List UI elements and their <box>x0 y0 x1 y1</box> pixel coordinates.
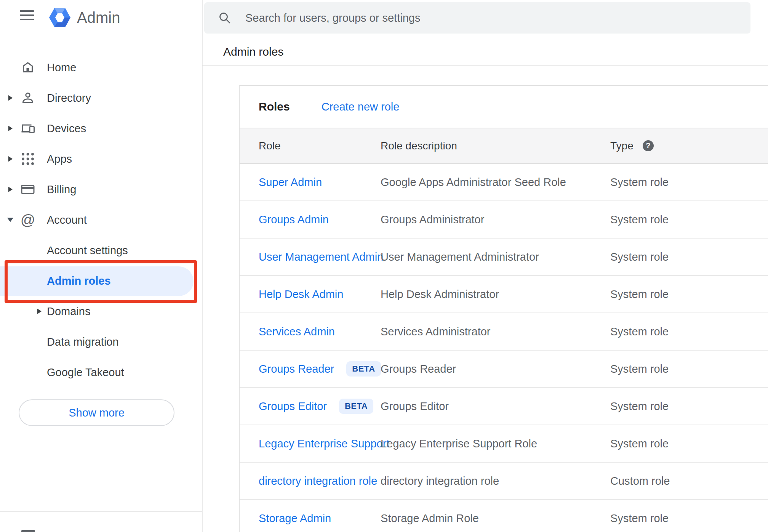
hamburger-bar <box>20 19 34 20</box>
sidebar-item-label: Google Takeout <box>47 366 124 379</box>
sidebar-item-devices[interactable]: Devices <box>0 113 202 144</box>
sidebar-item-data-migration[interactable]: Data migration <box>0 327 202 357</box>
role-link[interactable]: Storage Admin <box>259 512 331 525</box>
role-link[interactable]: Groups Editor <box>259 400 327 413</box>
role-description-cell: directory integration role <box>381 475 610 487</box>
role-cell: Legacy Enterprise Support <box>240 437 381 450</box>
expand-arrow-icon[interactable] <box>8 187 13 192</box>
table-row: Groups Editor BETA Groups Editor System … <box>240 388 768 425</box>
show-more-button[interactable]: Show more <box>19 399 174 426</box>
column-header-role-description: Role description <box>381 140 610 152</box>
help-icon[interactable]: ? <box>643 140 654 151</box>
role-type-cell: System role <box>610 288 768 301</box>
role-description-cell: Google Apps Administrator Seed Role <box>381 176 610 189</box>
roles-card-header: Roles Create new role <box>240 86 768 128</box>
sidebar-item-label: Admin roles <box>47 275 111 287</box>
role-type-cell: System role <box>610 400 768 413</box>
role-link[interactable]: Groups Admin <box>259 213 329 226</box>
roles-card: Roles Create new role Role Role descript… <box>239 85 768 532</box>
role-description-cell: Groups Editor <box>381 400 610 413</box>
role-description-cell: Legacy Enterprise Support Role <box>381 437 610 450</box>
sidebar-item-label: Billing <box>47 183 76 196</box>
role-type-cell: System role <box>610 251 768 263</box>
sidebar-item-billing[interactable]: Billing <box>0 174 202 205</box>
sidebar-item-apps[interactable]: Apps <box>0 144 202 174</box>
beta-badge: BETA <box>339 399 373 414</box>
role-description-cell: Groups Administrator <box>381 213 610 226</box>
beta-badge: BETA <box>346 361 381 377</box>
sidebar-item-label: Devices <box>47 122 86 135</box>
role-cell: Storage Admin <box>240 512 381 525</box>
sidebar-content-divider <box>202 0 203 532</box>
sidebar-item-label: Data migration <box>47 336 119 348</box>
role-link[interactable]: Legacy Enterprise Support <box>259 437 389 450</box>
role-link[interactable]: Super Admin <box>259 176 322 189</box>
sidebar-item-domains[interactable]: Domains <box>0 296 202 327</box>
hamburger-bar <box>20 14 34 16</box>
search-bar[interactable] <box>204 2 750 34</box>
sidebar-divider <box>0 511 202 512</box>
hamburger-bar <box>20 10 34 12</box>
role-cell: Super Admin <box>240 176 381 189</box>
table-row: Legacy Enterprise Support Legacy Enterpr… <box>240 425 768 463</box>
create-new-role-link[interactable]: Create new role <box>322 101 400 113</box>
sidebar-item-directory[interactable]: Directory <box>0 83 202 113</box>
sidebar-item-label: Directory <box>47 92 91 104</box>
sidebar-item-admin-roles[interactable]: Admin roles <box>0 266 202 296</box>
role-link[interactable]: Groups Reader <box>259 363 334 375</box>
sidebar-item-google-takeout[interactable]: Google Takeout <box>0 357 202 388</box>
expand-arrow-icon[interactable] <box>37 309 42 314</box>
admin-logo-icon[interactable] <box>49 7 71 28</box>
role-cell: directory integration role <box>240 475 381 487</box>
hamburger-menu-icon[interactable] <box>20 10 34 20</box>
sidebar-item-label: Domains <box>47 305 90 318</box>
sidebar-item-label: Account settings <box>47 244 128 257</box>
role-cell: Help Desk Admin <box>240 288 381 301</box>
person-icon <box>21 91 35 105</box>
expand-arrow-icon[interactable] <box>8 156 13 162</box>
table-row: User Management Admin User Management Ad… <box>240 239 768 276</box>
role-description-cell: Services Administrator <box>381 325 610 338</box>
apps-grid-icon <box>21 152 35 166</box>
sidebar-nav: Home Directory Devices <box>0 52 202 388</box>
expand-arrow-icon[interactable] <box>8 126 13 131</box>
role-description-cell: Help Desk Administrator <box>381 288 610 301</box>
role-description-cell: User Management Administrator <box>381 251 610 263</box>
product-name: Admin <box>77 8 120 27</box>
credit-card-icon <box>21 183 35 196</box>
role-link[interactable]: User Management Admin <box>259 251 383 263</box>
roles-title: Roles <box>259 100 290 113</box>
role-type-cell: System role <box>610 213 768 226</box>
collapse-arrow-icon[interactable] <box>7 218 13 222</box>
sidebar-item-label: Home <box>47 61 76 74</box>
table-body: Super Admin Google Apps Administrator Se… <box>240 164 768 532</box>
search-icon <box>218 11 231 24</box>
role-description-cell: Groups Reader <box>381 363 610 375</box>
role-type-cell: System role <box>610 363 768 375</box>
table-row: Groups Admin Groups Administrator System… <box>240 201 768 239</box>
role-link[interactable]: Help Desk Admin <box>259 288 343 301</box>
header-divider <box>202 65 768 66</box>
column-header-role: Role <box>240 140 381 152</box>
search-input[interactable] <box>245 2 740 34</box>
table-row: Groups Reader BETA Groups Reader System … <box>240 351 768 388</box>
clipped-sidebar-icon <box>21 530 35 532</box>
role-link[interactable]: directory integration role <box>259 475 377 487</box>
role-cell: Groups Editor BETA <box>240 399 381 414</box>
table-row: Help Desk Admin Help Desk Administrator … <box>240 276 768 313</box>
role-type-cell: Custom role <box>610 475 768 487</box>
sidebar-item-account-settings[interactable]: Account settings <box>0 235 202 266</box>
page-title: Admin roles <box>223 45 283 58</box>
sidebar-item-home[interactable]: Home <box>0 52 202 83</box>
sidebar-item-account[interactable]: @ Account <box>0 205 202 235</box>
sidebar: Admin Home Directory <box>0 0 202 532</box>
role-cell: Services Admin <box>240 325 381 338</box>
expand-arrow-icon[interactable] <box>8 95 13 101</box>
role-link[interactable]: Services Admin <box>259 325 335 338</box>
role-type-cell: System role <box>610 512 768 525</box>
role-cell: Groups Reader BETA <box>240 361 381 377</box>
sidebar-item-label: Apps <box>47 153 72 165</box>
column-header-type-label: Type <box>610 140 634 152</box>
table-header-row: Role Role description Type ? <box>240 128 768 164</box>
role-type-cell: System role <box>610 176 768 189</box>
